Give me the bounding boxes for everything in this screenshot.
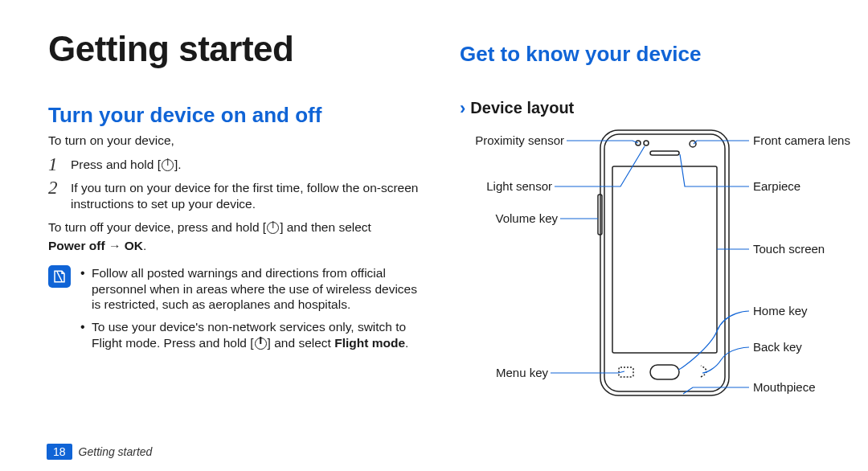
label-home-key: Home key [753,305,808,318]
section-turn-on-off: Turn your device on and off [48,103,429,128]
turnoff-suffix: ] and then select [280,220,371,234]
svg-rect-8 [619,367,633,377]
subsection-device-layout: › Device layout [460,99,845,117]
svg-rect-2 [612,166,717,353]
bullet-1: Follow all posted warnings and direction… [80,265,429,313]
svg-rect-9 [598,195,602,235]
running-title: Getting started [79,445,153,458]
svg-point-5 [644,141,649,145]
flight-mode-label: Flight mode [334,336,405,350]
step-1: 1 Press and hold []. [48,155,429,174]
step1-prefix: Press and hold [ [71,158,161,171]
page-footer: 18 Getting started [47,444,152,460]
svg-rect-3 [650,151,679,155]
step-text: If you turn on your device for the first… [71,178,429,212]
chevron-right-icon: › [460,100,465,117]
label-back-key: Back key [753,341,802,354]
device-diagram: Proximity sensor Light sensor Volume key… [460,122,845,428]
label-light-sensor: Light sensor [460,180,552,194]
step-text: Press and hold []. [71,155,429,173]
note-block: Follow all posted warnings and direction… [48,265,429,358]
svg-rect-1 [604,134,725,391]
svg-rect-7 [650,365,679,379]
label-touch-screen: Touch screen [753,243,825,256]
svg-point-4 [636,141,641,145]
svg-point-6 [690,141,696,147]
power-off-line: Power off → OK. [48,238,429,254]
b2-mid: ] and select [268,336,335,350]
section-know-device: Get to know your device [460,42,845,67]
label-earpiece: Earpiece [753,180,800,194]
label-front-camera: Front camera lens [753,134,850,148]
page-number-badge: 18 [47,444,72,460]
b2-end: . [405,336,408,350]
bullet-2: To use your device's non-network service… [80,319,429,351]
turnoff-prefix: To turn off your device, press and hold … [48,220,266,234]
step1-suffix: ]. [174,158,182,171]
step-number: 2 [48,178,71,197]
step-number: 1 [48,155,71,174]
power-icon [267,222,279,234]
label-proximity-sensor: Proximity sensor [460,134,564,148]
label-volume-key: Volume key [460,212,558,226]
chapter-title: Getting started [48,29,429,69]
sub-title-text: Device layout [470,99,574,117]
svg-rect-0 [600,130,729,395]
period: . [143,239,146,252]
power-icon [162,159,174,171]
label-menu-key: Menu key [460,367,548,380]
power-icon [255,338,267,350]
step-2: 2 If you turn on your device for the fir… [48,178,429,212]
intro-text: To turn on your device, [48,133,429,149]
note-bullets: Follow all posted warnings and direction… [80,265,429,358]
power-off-label: Power off → OK [48,239,143,252]
label-mouthpiece: Mouthpiece [753,381,816,395]
steps-list: 1 Press and hold []. 2 If you turn on yo… [48,155,429,212]
turn-off-paragraph: To turn off your device, press and hold … [48,219,429,236]
note-icon [48,265,71,288]
note-icon-wrap [48,265,80,288]
